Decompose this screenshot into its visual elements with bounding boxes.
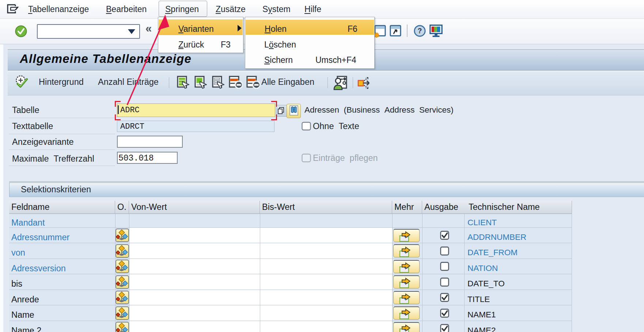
svg-text:?: ? [418,27,422,35]
